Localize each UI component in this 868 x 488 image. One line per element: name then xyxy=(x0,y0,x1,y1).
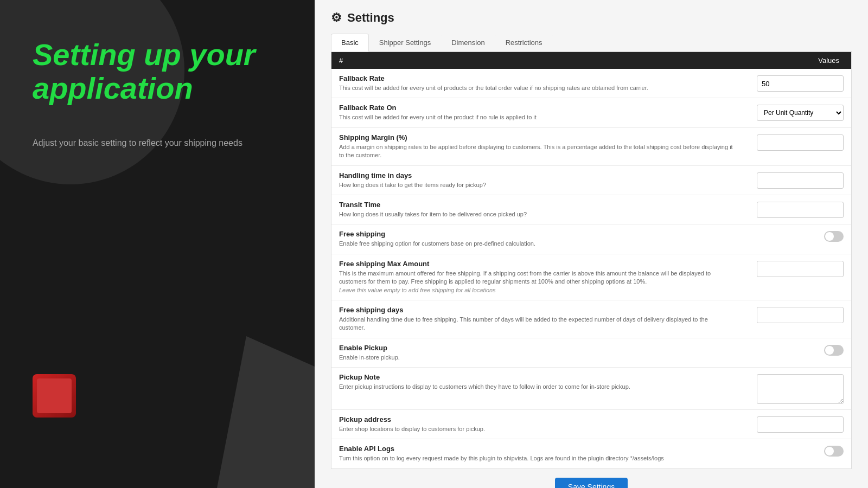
pickup-note-textarea[interactable] xyxy=(757,374,844,404)
table-row: Enable Pickup Enable in-store pickup. xyxy=(331,338,851,368)
svg-rect-0 xyxy=(42,390,61,407)
row-title-handling-time: Handling time in days xyxy=(339,171,735,179)
row-title-free-shipping-max: Free shipping Max Amount xyxy=(339,260,735,268)
transit-time-input[interactable] xyxy=(757,202,844,218)
tab-shipper-settings[interactable]: Shipper Settings xyxy=(369,34,441,51)
header-hash: # xyxy=(339,56,746,65)
save-area: Save Settings xyxy=(331,478,852,488)
settings-title: Settings xyxy=(347,11,394,25)
table-row: Fallback Rate On This cost will be added… xyxy=(331,98,851,127)
row-right xyxy=(746,306,844,323)
row-left: Fallback Rate On This cost will be added… xyxy=(339,104,746,121)
row-right xyxy=(746,260,844,277)
save-settings-button[interactable]: Save Settings xyxy=(555,478,628,488)
decorative-shape xyxy=(217,336,315,488)
row-left: Shipping Margin (%) Add a margin on ship… xyxy=(339,133,746,160)
row-title-free-shipping-days: Free shipping days xyxy=(339,306,735,314)
settings-table: # Values Fallback Rate This cost will be… xyxy=(331,52,852,469)
row-right xyxy=(746,415,844,433)
svg-marker-4 xyxy=(48,394,55,401)
table-row: Enable API Logs Turn this option on to l… xyxy=(331,439,851,468)
header-values: Values xyxy=(746,56,844,65)
row-desc-enable-api-logs: Turn this option on to log every request… xyxy=(339,454,735,463)
table-row: Fallback Rate This cost will be added fo… xyxy=(331,69,851,98)
row-title-free-shipping: Free shipping xyxy=(339,230,735,238)
table-header: # Values xyxy=(331,52,851,69)
table-row: Free shipping days Additional handling t… xyxy=(331,300,851,338)
free-shipping-days-input[interactable] xyxy=(757,307,844,323)
handling-time-input[interactable] xyxy=(757,172,844,189)
row-title-fallback-rate-on: Fallback Rate On xyxy=(339,104,735,112)
left-panel: Setting up your application Adjust your … xyxy=(0,0,315,488)
pickup-address-input[interactable] xyxy=(757,416,844,433)
logo-area: SHIP VISTA xyxy=(33,374,76,418)
row-right xyxy=(746,230,844,242)
table-row: Free shipping Enable free shipping optio… xyxy=(331,224,851,254)
svg-marker-1 xyxy=(42,386,52,390)
gear-icon: ⚙ xyxy=(331,11,342,25)
row-title-enable-api-logs: Enable API Logs xyxy=(339,445,735,453)
row-left: Pickup Note Enter pickup instructions to… xyxy=(339,373,746,391)
tabs-container: Basic Shipper Settings Dimension Restric… xyxy=(331,34,852,52)
row-desc-shipping-margin: Add a margin on shipping rates to be app… xyxy=(339,143,735,160)
settings-header: ⚙ Settings xyxy=(331,11,852,25)
row-right: Per Unit Quantity Per Order Per Item xyxy=(746,104,844,121)
row-left: Free shipping Enable free shipping optio… xyxy=(339,230,746,248)
headline: Setting up your application xyxy=(33,38,256,105)
svg-marker-2 xyxy=(52,386,61,390)
row-title-enable-pickup: Enable Pickup xyxy=(339,344,735,352)
svg-rect-3 xyxy=(42,395,61,397)
logo-icon: SHIP VISTA xyxy=(38,380,71,412)
row-left: Pickup address Enter shop locations to d… xyxy=(339,415,746,433)
row-left: Enable API Logs Turn this option on to l… xyxy=(339,445,746,463)
tab-dimension[interactable]: Dimension xyxy=(441,34,495,51)
row-right xyxy=(746,74,844,92)
row-left: Fallback Rate This cost will be added fo… xyxy=(339,74,746,92)
row-desc-free-shipping-max: This is the maximum amount offered for f… xyxy=(339,269,735,294)
row-desc-fallback-rate: This cost will be added for every unit o… xyxy=(339,84,735,92)
svg-text:SHIP VISTA: SHIP VISTA xyxy=(43,407,64,410)
row-left: Transit Time How long does it usually ta… xyxy=(339,201,746,219)
table-row: Shipping Margin (%) Add a margin on ship… xyxy=(331,128,851,166)
row-desc-free-shipping: Enable free shipping option for customer… xyxy=(339,240,735,248)
row-left: Enable Pickup Enable in-store pickup. xyxy=(339,344,746,362)
row-desc-transit-time: How long does it usually takes for item … xyxy=(339,210,735,219)
table-row: Handling time in days How long does it t… xyxy=(331,166,851,195)
row-right xyxy=(746,344,844,356)
row-desc-enable-pickup: Enable in-store pickup. xyxy=(339,354,735,362)
row-left: Free shipping days Additional handling t… xyxy=(339,306,746,332)
row-title-fallback-rate: Fallback Rate xyxy=(339,74,735,82)
row-desc-fallback-rate-on: This cost will be added for every unit o… xyxy=(339,113,735,121)
row-left: Free shipping Max Amount This is the max… xyxy=(339,260,746,294)
row-left: Handling time in days How long does it t… xyxy=(339,171,746,189)
row-right xyxy=(746,445,844,457)
table-row: Pickup Note Enter pickup instructions to… xyxy=(331,368,851,410)
row-title-pickup-note: Pickup Note xyxy=(339,373,735,381)
row-desc-pickup-note: Enter pickup instructions to display to … xyxy=(339,383,735,391)
table-row: Pickup address Enter shop locations to d… xyxy=(331,410,851,439)
fallback-rate-input[interactable] xyxy=(757,75,844,92)
row-right xyxy=(746,171,844,189)
shipping-margin-input[interactable] xyxy=(757,134,844,151)
row-desc-free-shipping-days: Additional handling time due to free shi… xyxy=(339,316,735,332)
tab-basic[interactable]: Basic xyxy=(331,34,369,52)
row-title-transit-time: Transit Time xyxy=(339,201,735,209)
subtitle: Adjust your basic setting to reflect you… xyxy=(33,138,242,148)
fallback-rate-on-select[interactable]: Per Unit Quantity Per Order Per Item xyxy=(757,105,844,121)
enable-api-logs-toggle[interactable] xyxy=(824,446,844,457)
enable-pickup-toggle[interactable] xyxy=(824,345,844,356)
row-right xyxy=(746,373,844,404)
free-shipping-max-note: Leave this value empty to add free shipp… xyxy=(339,287,496,293)
right-panel: ⚙ Settings Basic Shipper Settings Dimens… xyxy=(315,0,868,488)
row-right xyxy=(746,201,844,218)
row-desc-pickup-address: Enter shop locations to display to custo… xyxy=(339,425,735,433)
free-shipping-max-input[interactable] xyxy=(757,261,844,277)
table-row: Free shipping Max Amount This is the max… xyxy=(331,254,851,300)
row-desc-handling-time: How long does it take to get the items r… xyxy=(339,181,735,189)
table-row: Transit Time How long does it usually ta… xyxy=(331,195,851,224)
row-title-pickup-address: Pickup address xyxy=(339,415,735,423)
logo-box: SHIP VISTA xyxy=(33,374,76,418)
tab-restrictions[interactable]: Restrictions xyxy=(495,34,553,51)
free-shipping-toggle[interactable] xyxy=(824,231,844,242)
row-title-shipping-margin: Shipping Margin (%) xyxy=(339,133,735,142)
